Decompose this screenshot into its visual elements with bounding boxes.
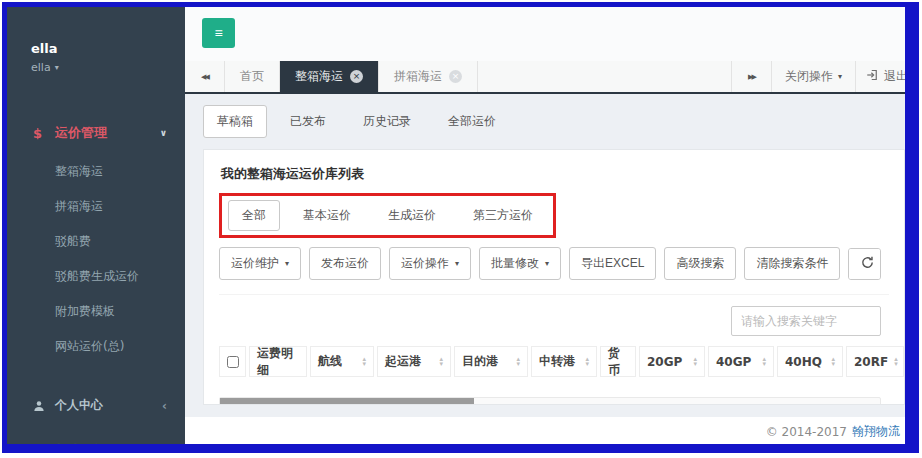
column-header-40hq[interactable]: 40HQ ▴▾ (777, 346, 843, 377)
filter-tab-generated-rates[interactable]: 生成运价 (374, 200, 450, 231)
clear-search-button[interactable]: 清除搜索条件 (744, 247, 840, 280)
scrollbar-thumb[interactable] (220, 398, 474, 405)
column-label: 起运港 (385, 353, 421, 370)
sidebar-subitem-surcharge-template[interactable]: 附加费模板 (7, 294, 185, 329)
tabbar-spacer (478, 61, 731, 92)
panel-title: 我的整箱海运运价库列表 (221, 165, 889, 183)
sidebar-menu: $ 运价管理 ∨ 整箱海运 拼箱海运 驳船费 驳船费生成运价 附加费模板 网站运… (7, 90, 185, 446)
app-window: ella ella ▾ $ 运价管理 ∨ 整箱海运 拼箱海运 驳船费 驳船费生成… (7, 7, 918, 446)
close-tab-icon[interactable]: × (350, 70, 363, 83)
user-panel: ella ella ▾ (7, 7, 185, 90)
sort-icon[interactable]: ▴▾ (516, 357, 520, 367)
caret-down-icon: ▾ (545, 259, 549, 268)
sidebar-item-personal-center[interactable]: 个人中心 ‹ (7, 386, 185, 425)
close-operations-label: 关闭操作 (785, 68, 833, 85)
column-header-20gp[interactable]: 20GP ▴▾ (639, 346, 705, 377)
logout-button[interactable]: 退出 (855, 61, 918, 92)
chevron-down-icon: ∨ (160, 128, 167, 138)
column-label: 货币 (608, 345, 628, 379)
tab-label: 整箱海运 (295, 68, 343, 85)
column-label: 航线 (318, 353, 342, 370)
filter-tab-all[interactable]: 全部 (228, 200, 280, 231)
button-label: 发布运价 (321, 255, 369, 272)
user-dropdown-label: ella (31, 61, 51, 74)
sort-icon[interactable]: ▴▾ (439, 357, 443, 367)
caret-down-icon: ▾ (285, 259, 289, 268)
column-label: 20RF (854, 355, 888, 369)
user-icon (33, 400, 51, 412)
scroll-tabs-right-button[interactable]: ▶▶ (731, 61, 771, 92)
tab-history[interactable]: 历史记录 (349, 105, 425, 138)
column-header-transit-port[interactable]: 中转港 ▴▾ (531, 346, 597, 377)
sidebar: ella ella ▾ $ 运价管理 ∨ 整箱海运 拼箱海运 驳船费 驳船费生成… (7, 7, 185, 446)
search-input[interactable] (731, 306, 881, 336)
sidebar-subitem-lcl-ocean[interactable]: 拼箱海运 (7, 189, 185, 224)
button-label: 批量修改 (491, 255, 539, 272)
sort-icon[interactable]: ▴▾ (762, 357, 766, 367)
rate-maintain-dropdown[interactable]: 运价维护 ▾ (219, 247, 301, 280)
column-header-origin-port[interactable]: 起运港 ▴▾ (377, 346, 451, 377)
column-header-20rf[interactable]: 20RF ▴▾ (846, 346, 904, 377)
content-area: 草稿箱 已发布 历史记录 全部运价 我的整箱海运运价库列表 全部 基本运价 生成… (185, 94, 918, 417)
sidebar-item-label: 运价管理 (51, 124, 160, 142)
column-header-40gp[interactable]: 40GP ▴▾ (708, 346, 774, 377)
table-header-row: 运费明细 航线 ▴▾ 起运港 ▴▾ 目的港 ▴▾ (219, 346, 889, 377)
filter-tab-basic-rates[interactable]: 基本运价 (289, 200, 365, 231)
tab-drafts[interactable]: 草稿箱 (203, 105, 267, 138)
column-label: 40GP (716, 355, 751, 369)
sidebar-subitem-fcl-ocean[interactable]: 整箱海运 (7, 154, 185, 189)
column-header-freight-detail: 运费明细 (249, 346, 307, 377)
batch-edit-dropdown[interactable]: 批量修改 ▾ (479, 247, 561, 280)
filter-tab-thirdparty-rates[interactable]: 第三方运价 (459, 200, 547, 231)
tab-published[interactable]: 已发布 (276, 105, 340, 138)
advanced-search-button[interactable]: 高级搜索 (664, 247, 736, 280)
user-dropdown[interactable]: ella ▾ (31, 61, 185, 74)
select-all-checkbox[interactable] (227, 356, 239, 368)
button-label: 高级搜索 (676, 255, 724, 272)
sidebar-subitem-barge-fee[interactable]: 驳船费 (7, 224, 185, 259)
refresh-icon (861, 256, 874, 272)
tab-fcl-ocean[interactable]: 整箱海运 × (280, 61, 379, 92)
sort-icon[interactable]: ▴▾ (894, 357, 898, 367)
tab-home[interactable]: 首页 (225, 61, 280, 92)
tab-lcl-ocean[interactable]: 拼箱海运 × (379, 61, 478, 92)
close-tab-icon[interactable]: × (449, 70, 462, 83)
caret-down-icon: ▾ (55, 63, 59, 72)
column-label: 20GP (647, 355, 682, 369)
company-link[interactable]: 翰翔物流 (852, 423, 900, 440)
main-area: ≡ ◀◀ 首页 整箱海运 × 拼箱海运 × (185, 7, 918, 446)
rate-operations-dropdown[interactable]: 运价操作 ▾ (389, 247, 471, 280)
top-header: ≡ (185, 7, 918, 61)
view-tabs: 草稿箱 已发布 历史记录 全部运价 (203, 105, 905, 138)
sort-icon[interactable]: ▴▾ (693, 357, 697, 367)
tab-label: 首页 (240, 68, 264, 85)
column-header-route[interactable]: 航线 ▴▾ (310, 346, 374, 377)
logout-label: 退出 (884, 68, 908, 85)
sidebar-subitem-barge-fee-generated[interactable]: 驳船费生成运价 (7, 259, 185, 294)
sort-icon[interactable]: ▴▾ (831, 357, 835, 367)
sidebar-subitem-website-rates[interactable]: 网站运价(总) (7, 329, 185, 364)
tab-all-rates[interactable]: 全部运价 (434, 105, 510, 138)
column-label: 中转港 (539, 353, 575, 370)
refresh-button[interactable] (849, 249, 881, 279)
publish-rate-button[interactable]: 发布运价 (309, 247, 381, 280)
column-header-destination-port[interactable]: 目的港 ▴▾ (454, 346, 528, 377)
sort-icon[interactable]: ▴▾ (585, 357, 589, 367)
user-name: ella (31, 41, 185, 56)
caret-down-icon: ▾ (455, 259, 459, 268)
sidebar-toggle-button[interactable]: ≡ (202, 18, 235, 48)
scroll-tabs-left-button[interactable]: ◀◀ (185, 61, 225, 92)
sidebar-item-rate-management[interactable]: $ 运价管理 ∨ (7, 114, 185, 152)
sidebar-item-basic-info[interactable]: i 基础信息 ‹ (7, 431, 185, 446)
copyright-text: © 2014-2017 (766, 425, 847, 439)
button-label: 清除搜索条件 (756, 255, 828, 272)
footer: © 2014-2017 翰翔物流 (185, 417, 918, 446)
close-operations-dropdown[interactable]: 关闭操作 ▾ (771, 61, 855, 92)
table-header-select-all (219, 346, 246, 377)
sort-icon[interactable]: ▴▾ (362, 357, 366, 367)
horizontal-scrollbar[interactable] (219, 397, 881, 405)
sidebar-item-label: 个人中心 (51, 397, 162, 414)
double-right-icon: ▶▶ (748, 73, 755, 81)
export-excel-button[interactable]: 导出EXCEL (569, 247, 656, 280)
dollar-icon: $ (33, 126, 51, 141)
